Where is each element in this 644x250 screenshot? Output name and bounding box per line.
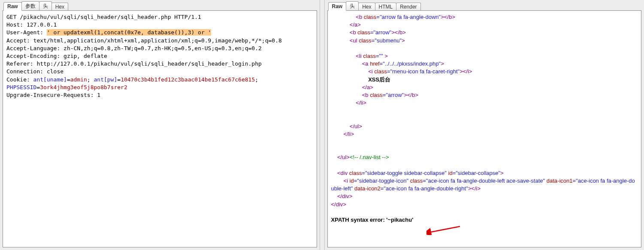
request-content: GET /pikachu/vul/sqli/sqli_header/sqli_h…: [3, 10, 317, 247]
attrv: ="sidebar-collapse": [453, 170, 500, 176]
accept-lang-val: zh-CN,zh;q=0.8,zh-TW;q=0.7,zh-HK;q=0.5,e…: [60, 45, 262, 51]
tab-hex-resp[interactable]: Hex: [358, 3, 375, 11]
attrv: ="menu-icon fa fa-caret-right": [387, 68, 460, 75]
tag: ></i>: [460, 68, 472, 75]
host-val: 127.0.0.1: [23, 21, 57, 28]
tag: <i: [343, 178, 348, 184]
connection-val: close: [43, 68, 63, 75]
tag: </a>: [362, 84, 373, 90]
tag: </div>: [337, 193, 352, 199]
tab-params[interactable]: 参数: [21, 1, 39, 11]
tab-headers[interactable]: 头: [39, 1, 52, 11]
accept-label: Accept:: [6, 37, 30, 44]
cookie-label: Cookie:: [6, 76, 30, 83]
request-tabbar: Raw 参数 头 Hex: [0, 0, 320, 10]
tag: >: [383, 53, 388, 59]
tag: <b: [350, 29, 356, 36]
tag: <li: [356, 53, 361, 59]
tab-raw-resp[interactable]: Raw: [328, 2, 347, 11]
tag: <b: [356, 14, 362, 20]
host-label: Host:: [6, 21, 23, 28]
tag: ></b>: [441, 14, 455, 20]
tag: </li>: [356, 99, 366, 106]
xpath-error: XPATH syntax error: '~pikachu': [331, 217, 414, 223]
tag: <i: [368, 68, 372, 75]
eq: =: [67, 76, 70, 83]
request-pane: Raw 参数 头 Hex GET /pikachu/vul/sqli/sqli_…: [0, 0, 320, 250]
attr: href: [369, 60, 380, 67]
ua-space: [43, 29, 47, 36]
tag: <ul: [350, 37, 357, 44]
tag: ></i>: [468, 185, 481, 192]
eq: =: [117, 76, 121, 83]
accept-lang-label: Accept-Language:: [6, 45, 60, 51]
attr: class: [373, 68, 387, 75]
attrv: ="arrow": [370, 29, 391, 36]
referer-label: Referer:: [6, 60, 33, 67]
response-tabbar: Raw 头 Hex HTML Render: [325, 0, 644, 10]
tab-headers-resp[interactable]: 头: [346, 1, 359, 11]
attrv: ="ace-icon fa fa-angle-double-right": [381, 185, 468, 192]
tag: >: [402, 37, 405, 44]
attr: class: [348, 170, 362, 176]
tab-raw[interactable]: Raw: [3, 2, 22, 11]
tag: <a: [362, 60, 369, 67]
response-content: <b class="arrow fa fa-angle-down"></b> <…: [327, 10, 642, 247]
tag: >: [500, 170, 504, 176]
attrv: ="sidebar-toggle-icon": [354, 178, 408, 184]
attr: class: [369, 92, 383, 98]
attr: id: [447, 170, 453, 176]
attrv: ="../../../pkxss/index.php": [380, 60, 441, 67]
response-pane: Raw 头 Hex HTML Render <b class="arrow fa…: [325, 0, 644, 250]
tag: <div: [337, 170, 348, 176]
accept-val: text/html,application/xhtml+xml,applicat…: [30, 37, 282, 44]
request-line: GET /pikachu/vul/sqli/sqli_header/sqli_h…: [6, 14, 201, 20]
uir-val: 1: [94, 92, 101, 98]
svg-line-0: [429, 226, 460, 232]
tag: </li>: [343, 131, 354, 137]
uir-label: Upgrade-Insecure-Requests:: [6, 92, 94, 98]
cookie-key-1: ant[uname]: [30, 76, 67, 83]
tab-html-resp[interactable]: HTML: [375, 3, 397, 11]
sep: ;: [87, 76, 94, 83]
sep: ;: [255, 76, 262, 83]
request-text-area[interactable]: GET /pikachu/vul/sqli/sqli_header/sqli_h…: [3, 11, 317, 247]
cookie-key-3: PHPSESSID: [6, 84, 36, 90]
connection-label: Connection:: [6, 68, 43, 75]
attr: data-icon1: [545, 178, 572, 184]
tag: </ul>: [337, 154, 350, 160]
accept-enc-val: gzip, deflate: [60, 53, 107, 59]
cookie-val-1: admin: [70, 76, 87, 83]
cookie-val-3: 3ork4jhmg3eof5j8po8b7srer2: [40, 84, 127, 90]
response-text-area[interactable]: <b class="arrow fa fa-angle-down"></b> <…: [328, 11, 641, 247]
tag: <b: [362, 92, 369, 98]
tag: </a>: [350, 21, 361, 28]
attrv: ="arrow fa fa-angle-down": [376, 14, 441, 20]
tag: >: [441, 60, 444, 67]
tab-render-resp[interactable]: Render: [396, 3, 420, 11]
accept-enc-label: Accept-Encoding:: [6, 53, 60, 59]
attr: data-icon2: [353, 185, 380, 192]
attrv: ="sidebar-toggle sidebar-collapse": [362, 170, 446, 176]
ua-injection: ' or updatexml(1,concat(0x7e, database()…: [47, 29, 212, 36]
comment: <!-- /.nav-list -->: [350, 154, 389, 160]
attrv: ="submenu": [372, 37, 402, 44]
attr: class: [356, 29, 370, 36]
referer-val: http://127.0.0.1/pikachu/vul/sqli/sqli_h…: [33, 60, 262, 67]
ua-label: User-Agent:: [6, 29, 43, 36]
cookie-key-2: ant[pw]: [94, 76, 118, 83]
annotation-arrow-icon: [426, 225, 461, 235]
pane-divider[interactable]: [320, 0, 325, 250]
attr: class: [357, 37, 372, 44]
split-container: Raw 参数 头 Hex GET /pikachu/vul/sqli/sqli_…: [0, 0, 644, 250]
tab-hex[interactable]: Hex: [51, 3, 68, 11]
attr: class: [408, 178, 423, 184]
tag: ></b>: [391, 29, 406, 36]
attr: id: [348, 178, 354, 184]
tag: </div>: [331, 201, 346, 208]
tag: ></b>: [404, 92, 418, 98]
attrv: ="": [376, 53, 383, 59]
tag: </ul>: [350, 123, 362, 130]
attrv: ="ace-icon fa fa-angle-double-left ace-s…: [423, 178, 545, 184]
attrv: ="arrow": [383, 92, 404, 98]
